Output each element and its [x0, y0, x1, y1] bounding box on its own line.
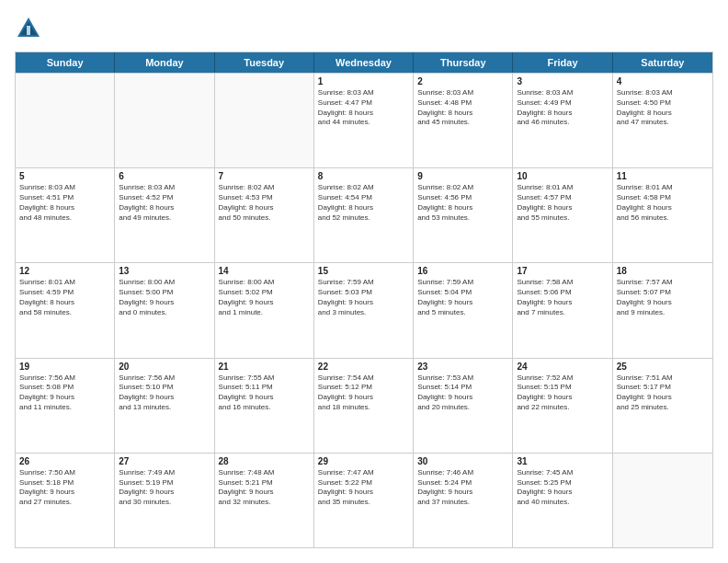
- cell-content: Sunrise: 7:49 AM Sunset: 5:19 PM Dayligh…: [119, 468, 210, 508]
- day-number: 2: [417, 76, 508, 86]
- weekday-header-monday: Monday: [115, 52, 214, 73]
- cell-content: Sunrise: 7:57 AM Sunset: 5:07 PM Dayligh…: [617, 278, 709, 317]
- calendar-cell: 14Sunrise: 8:00 AM Sunset: 5:02 PM Dayli…: [215, 263, 314, 357]
- cell-content: Sunrise: 7:56 AM Sunset: 5:10 PM Dayligh…: [119, 373, 210, 413]
- calendar-cell: 1Sunrise: 8:03 AM Sunset: 4:47 PM Daylig…: [314, 74, 414, 167]
- calendar-row-2: 5Sunrise: 8:03 AM Sunset: 4:51 PM Daylig…: [16, 167, 712, 262]
- logo-icon: [15, 15, 42, 42]
- page: SundayMondayTuesdayWednesdayThursdayFrid…: [0, 0, 728, 563]
- calendar-header: SundayMondayTuesdayWednesdayThursdayFrid…: [16, 52, 712, 73]
- cell-content: Sunrise: 8:03 AM Sunset: 4:52 PM Dayligh…: [119, 183, 210, 223]
- cell-content: Sunrise: 7:45 AM Sunset: 5:25 PM Dayligh…: [517, 468, 608, 508]
- calendar-cell: 29Sunrise: 7:47 AM Sunset: 5:22 PM Dayli…: [314, 454, 414, 547]
- calendar-cell: 17Sunrise: 7:58 AM Sunset: 5:06 PM Dayli…: [513, 263, 612, 357]
- calendar-cell: 10Sunrise: 8:01 AM Sunset: 4:57 PM Dayli…: [513, 168, 612, 262]
- calendar-row-5: 26Sunrise: 7:50 AM Sunset: 5:18 PM Dayli…: [16, 453, 712, 547]
- day-number: 11: [617, 171, 709, 181]
- weekday-header-saturday: Saturday: [613, 52, 712, 73]
- day-number: 10: [517, 171, 608, 181]
- day-number: 6: [119, 171, 210, 181]
- calendar-cell: 18Sunrise: 7:57 AM Sunset: 5:07 PM Dayli…: [613, 263, 712, 357]
- cell-content: Sunrise: 7:47 AM Sunset: 5:22 PM Dayligh…: [318, 468, 409, 508]
- cell-content: Sunrise: 8:01 AM Sunset: 4:57 PM Dayligh…: [517, 183, 608, 223]
- day-number: 21: [219, 362, 310, 372]
- calendar-cell: 13Sunrise: 8:00 AM Sunset: 5:00 PM Dayli…: [115, 263, 214, 357]
- calendar-cell: [115, 74, 214, 167]
- calendar-cell: 4Sunrise: 8:03 AM Sunset: 4:50 PM Daylig…: [613, 74, 712, 167]
- day-number: 1: [318, 76, 409, 86]
- weekday-header-friday: Friday: [513, 52, 612, 73]
- cell-content: Sunrise: 7:51 AM Sunset: 5:17 PM Dayligh…: [617, 373, 709, 413]
- calendar: SundayMondayTuesdayWednesdayThursdayFrid…: [15, 52, 713, 548]
- day-number: 30: [417, 456, 508, 466]
- day-number: 27: [119, 456, 210, 466]
- cell-content: Sunrise: 7:53 AM Sunset: 5:14 PM Dayligh…: [417, 373, 508, 413]
- calendar-cell: 22Sunrise: 7:54 AM Sunset: 5:12 PM Dayli…: [314, 359, 414, 453]
- cell-content: Sunrise: 7:48 AM Sunset: 5:21 PM Dayligh…: [219, 468, 310, 508]
- weekday-header-sunday: Sunday: [16, 52, 115, 73]
- day-number: 14: [219, 266, 310, 276]
- calendar-cell: 5Sunrise: 8:03 AM Sunset: 4:51 PM Daylig…: [16, 168, 115, 262]
- cell-content: Sunrise: 7:59 AM Sunset: 5:03 PM Dayligh…: [318, 278, 409, 317]
- calendar-cell: 9Sunrise: 8:02 AM Sunset: 4:56 PM Daylig…: [414, 168, 513, 262]
- calendar-cell: 23Sunrise: 7:53 AM Sunset: 5:14 PM Dayli…: [414, 359, 513, 453]
- calendar-cell: 11Sunrise: 8:01 AM Sunset: 4:58 PM Dayli…: [613, 168, 712, 262]
- calendar-cell: 15Sunrise: 7:59 AM Sunset: 5:03 PM Dayli…: [314, 263, 414, 357]
- cell-content: Sunrise: 7:55 AM Sunset: 5:11 PM Dayligh…: [219, 373, 310, 413]
- calendar-body: 1Sunrise: 8:03 AM Sunset: 4:47 PM Daylig…: [16, 73, 712, 547]
- calendar-row-3: 12Sunrise: 8:01 AM Sunset: 4:59 PM Dayli…: [16, 262, 712, 357]
- calendar-row-1: 1Sunrise: 8:03 AM Sunset: 4:47 PM Daylig…: [16, 73, 712, 167]
- calendar-cell: 21Sunrise: 7:55 AM Sunset: 5:11 PM Dayli…: [215, 359, 314, 453]
- svg-rect-2: [27, 26, 30, 35]
- calendar-cell: [613, 454, 712, 547]
- cell-content: Sunrise: 8:00 AM Sunset: 5:02 PM Dayligh…: [219, 278, 310, 317]
- cell-content: Sunrise: 7:50 AM Sunset: 5:18 PM Dayligh…: [19, 468, 110, 508]
- calendar-cell: 27Sunrise: 7:49 AM Sunset: 5:19 PM Dayli…: [115, 454, 214, 547]
- day-number: 3: [517, 76, 608, 86]
- cell-content: Sunrise: 8:02 AM Sunset: 4:56 PM Dayligh…: [417, 183, 508, 223]
- calendar-cell: 7Sunrise: 8:02 AM Sunset: 4:53 PM Daylig…: [215, 168, 314, 262]
- cell-content: Sunrise: 8:02 AM Sunset: 4:54 PM Dayligh…: [318, 183, 409, 223]
- calendar-cell: [215, 74, 314, 167]
- weekday-header-wednesday: Wednesday: [314, 52, 414, 73]
- day-number: 29: [318, 456, 409, 466]
- calendar-cell: 20Sunrise: 7:56 AM Sunset: 5:10 PM Dayli…: [115, 359, 214, 453]
- day-number: 16: [417, 266, 508, 276]
- day-number: 28: [219, 456, 310, 466]
- cell-content: Sunrise: 7:56 AM Sunset: 5:08 PM Dayligh…: [19, 373, 110, 413]
- calendar-cell: 16Sunrise: 7:59 AM Sunset: 5:04 PM Dayli…: [414, 263, 513, 357]
- logo: [15, 15, 46, 42]
- day-number: 31: [517, 456, 608, 466]
- day-number: 22: [318, 362, 409, 372]
- day-number: 4: [617, 76, 709, 86]
- day-number: 8: [318, 171, 409, 181]
- cell-content: Sunrise: 8:02 AM Sunset: 4:53 PM Dayligh…: [219, 183, 310, 223]
- calendar-cell: 24Sunrise: 7:52 AM Sunset: 5:15 PM Dayli…: [513, 359, 612, 453]
- calendar-cell: 28Sunrise: 7:48 AM Sunset: 5:21 PM Dayli…: [215, 454, 314, 547]
- calendar-cell: 12Sunrise: 8:01 AM Sunset: 4:59 PM Dayli…: [16, 263, 115, 357]
- calendar-cell: 30Sunrise: 7:46 AM Sunset: 5:24 PM Dayli…: [414, 454, 513, 547]
- day-number: 24: [517, 362, 608, 372]
- calendar-cell: 6Sunrise: 8:03 AM Sunset: 4:52 PM Daylig…: [115, 168, 214, 262]
- cell-content: Sunrise: 8:00 AM Sunset: 5:00 PM Dayligh…: [119, 278, 210, 317]
- cell-content: Sunrise: 8:01 AM Sunset: 4:59 PM Dayligh…: [19, 278, 110, 317]
- day-number: 26: [19, 456, 110, 466]
- cell-content: Sunrise: 7:59 AM Sunset: 5:04 PM Dayligh…: [417, 278, 508, 317]
- day-number: 20: [119, 362, 210, 372]
- cell-content: Sunrise: 8:01 AM Sunset: 4:58 PM Dayligh…: [617, 183, 709, 223]
- day-number: 25: [617, 362, 709, 372]
- header: [15, 15, 713, 42]
- calendar-cell: 3Sunrise: 8:03 AM Sunset: 4:49 PM Daylig…: [513, 74, 612, 167]
- weekday-header-tuesday: Tuesday: [215, 52, 314, 73]
- day-number: 9: [417, 171, 508, 181]
- day-number: 17: [517, 266, 608, 276]
- day-number: 12: [19, 266, 110, 276]
- cell-content: Sunrise: 8:03 AM Sunset: 4:50 PM Dayligh…: [617, 88, 709, 128]
- calendar-cell: [16, 74, 115, 167]
- cell-content: Sunrise: 7:54 AM Sunset: 5:12 PM Dayligh…: [318, 373, 409, 413]
- calendar-cell: 31Sunrise: 7:45 AM Sunset: 5:25 PM Dayli…: [513, 454, 612, 547]
- cell-content: Sunrise: 7:46 AM Sunset: 5:24 PM Dayligh…: [417, 468, 508, 508]
- cell-content: Sunrise: 8:03 AM Sunset: 4:47 PM Dayligh…: [318, 88, 409, 128]
- cell-content: Sunrise: 8:03 AM Sunset: 4:51 PM Dayligh…: [19, 183, 110, 223]
- calendar-cell: 8Sunrise: 8:02 AM Sunset: 4:54 PM Daylig…: [314, 168, 414, 262]
